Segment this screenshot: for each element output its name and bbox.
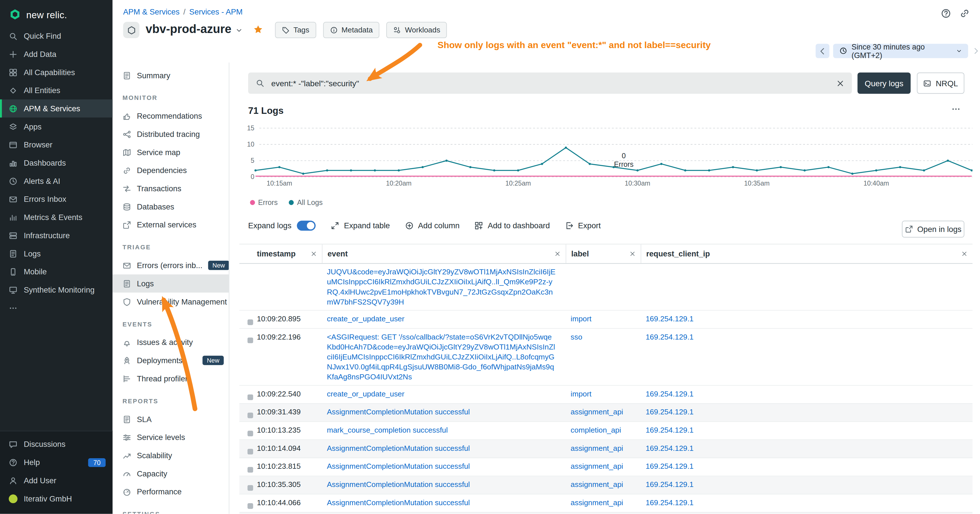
ip-link[interactable]: 169.254.129.1 — [646, 444, 694, 452]
time-back-button[interactable] — [816, 44, 829, 58]
global-nav-browser[interactable]: Browser — [0, 136, 112, 154]
add-column-button[interactable]: Add column — [405, 221, 460, 230]
remove-column-icon[interactable] — [311, 251, 317, 257]
log-query-input[interactable] — [270, 78, 830, 88]
label-link[interactable]: assignment_api — [571, 407, 623, 416]
entity-nav-deployments[interactable]: DeploymentsNew — [112, 351, 229, 369]
help-icon[interactable] — [941, 8, 951, 19]
global-nav-metrics-events[interactable]: Metrics & Events — [0, 208, 112, 226]
entity-nav-transactions[interactable]: Transactions — [112, 179, 229, 197]
entity-nav-summary[interactable]: Summary — [112, 66, 229, 84]
global-nav-help[interactable]: Help70 — [0, 453, 112, 471]
global-nav-add-data[interactable]: Add Data — [0, 45, 112, 63]
event-link[interactable]: <ASGIRequest: GET '/sso/callback/?state=… — [327, 333, 555, 381]
event-link[interactable]: create_or_update_user — [327, 389, 405, 398]
table-row[interactable]: 10:10:49.051mark_course_completion succe… — [239, 512, 972, 514]
label-link[interactable]: completion_api — [571, 426, 621, 434]
label-link[interactable]: sso — [571, 333, 582, 341]
legend-all-logs[interactable]: All Logs — [289, 199, 322, 206]
table-row[interactable]: 10:10:13.235mark_course_completion succe… — [239, 422, 972, 440]
label-link[interactable]: assignment_api — [571, 444, 623, 452]
new-relic-logo[interactable]: new relic. — [0, 0, 112, 27]
ip-link[interactable]: 169.254.129.1 — [646, 480, 694, 489]
nrql-button[interactable]: NRQL — [917, 73, 964, 94]
global-nav-errors-inbox[interactable]: Errors Inbox — [0, 190, 112, 208]
metadata-button[interactable]: Metadata — [323, 22, 380, 38]
remove-column-icon[interactable] — [630, 251, 636, 257]
global-nav-all-capabilities[interactable]: All Capabilities — [0, 63, 112, 81]
clear-query-icon[interactable] — [836, 79, 845, 88]
table-row[interactable]: JUQVU&code=eyJraWQiOiJjcGltY29yZV8wOTl1M… — [239, 264, 972, 311]
export-button[interactable]: Export — [565, 221, 601, 230]
entity-nav-vulnerability-management[interactable]: Vulnerability Management — [112, 293, 229, 311]
entity-nav-errors-errors-inb[interactable]: Errors (errors inb...New — [112, 256, 229, 275]
entity-nav-logs[interactable]: Logs — [112, 274, 229, 293]
remove-column-icon[interactable] — [554, 251, 560, 257]
ip-link[interactable]: 169.254.129.1 — [646, 407, 694, 416]
favorite-star-icon[interactable] — [253, 24, 263, 35]
event-link[interactable]: AssignmentCompletionMutation successful — [327, 480, 470, 489]
entity-nav-service-map[interactable]: Service map — [112, 143, 229, 161]
global-nav-infrastructure[interactable]: Infrastructure — [0, 226, 112, 245]
ip-link[interactable]: 169.254.129.1 — [646, 462, 694, 471]
workloads-button[interactable]: Workloads — [387, 22, 447, 38]
global-nav-discussions[interactable]: Discussions — [0, 435, 112, 454]
label-link[interactable]: import — [571, 389, 591, 398]
table-row[interactable]: 10:09:22.196<ASGIRequest: GET '/sso/call… — [239, 329, 972, 386]
entity-nav-thread-profiler[interactable]: Thread profiler — [112, 369, 229, 388]
table-row[interactable]: 10:10:23.815AssignmentCompletionMutation… — [239, 458, 972, 476]
event-link[interactable]: mark_course_completion successful — [327, 426, 448, 434]
ip-link[interactable]: 169.254.129.1 — [646, 315, 694, 323]
entity-nav-capacity[interactable]: Capacity — [112, 465, 229, 483]
global-nav-all-entities[interactable]: All Entities — [0, 81, 112, 100]
permalink-icon[interactable] — [959, 8, 970, 19]
table-row[interactable]: 10:10:35.305AssignmentCompletionMutation… — [239, 476, 972, 495]
entity-nav-external-services[interactable]: External services — [112, 216, 229, 234]
label-link[interactable]: assignment_api — [571, 480, 623, 489]
global-nav-add-user[interactable]: Add User — [0, 471, 112, 490]
global-nav-apps[interactable]: Apps — [0, 118, 112, 136]
table-row[interactable]: 10:10:14.094AssignmentCompletionMutation… — [239, 440, 972, 458]
ip-link[interactable]: 169.254.129.1 — [646, 333, 694, 341]
entity-nav-scalability[interactable]: Scalability — [112, 446, 229, 465]
global-nav-dashboards[interactable]: Dashboards — [0, 154, 112, 172]
entity-nav-sla[interactable]: SLA — [112, 410, 229, 428]
table-row[interactable]: 10:10:44.066AssignmentCompletionMutation… — [239, 494, 972, 512]
legend-errors[interactable]: Errors — [250, 199, 278, 206]
global-nav-logs[interactable]: Logs — [0, 245, 112, 263]
tags-button[interactable]: Tags — [275, 22, 316, 38]
table-row[interactable]: 10:09:22.540create_or_update_userimport1… — [239, 386, 972, 404]
time-forward-button[interactable] — [972, 47, 980, 55]
ip-link[interactable]: 169.254.129.1 — [646, 389, 694, 398]
table-row[interactable]: 10:09:20.895create_or_update_userimport1… — [239, 311, 972, 329]
global-nav-alerts-ai[interactable]: Alerts & AI — [0, 172, 112, 190]
open-in-logs-button[interactable]: Open in logs — [902, 221, 964, 237]
event-link[interactable]: AssignmentCompletionMutation successful — [327, 444, 470, 452]
add-to-dashboard-button[interactable]: Add to dashboard — [475, 221, 550, 230]
label-link[interactable]: assignment_api — [571, 462, 623, 471]
ip-link[interactable]: 169.254.129.1 — [646, 426, 694, 434]
global-nav-mobile[interactable]: Mobile — [0, 263, 112, 281]
event-link[interactable]: AssignmentCompletionMutation successful — [327, 498, 470, 507]
event-link[interactable]: AssignmentCompletionMutation successful — [327, 407, 470, 416]
table-row[interactable]: 10:09:31.439AssignmentCompletionMutation… — [239, 404, 972, 422]
global-nav-quick-find[interactable]: Quick Find — [0, 27, 112, 45]
entity-nav-performance[interactable]: Performance — [112, 483, 229, 501]
event-link[interactable]: create_or_update_user — [327, 315, 405, 323]
expand-table-button[interactable]: Expand table — [331, 221, 390, 230]
label-link[interactable]: import — [571, 315, 591, 323]
breadcrumb-services-apm[interactable]: Services - APM — [189, 7, 243, 16]
query-logs-button[interactable]: Query logs — [858, 73, 910, 94]
entity-nav-dependencies[interactable]: Dependencies — [112, 161, 229, 180]
expand-logs-toggle[interactable] — [297, 221, 316, 231]
more-options-icon[interactable] — [951, 105, 961, 114]
entity-nav-distributed-tracing[interactable]: Distributed tracing — [112, 125, 229, 143]
ip-link[interactable]: 169.254.129.1 — [646, 498, 694, 507]
entity-nav-issues-activity[interactable]: Issues & activity — [112, 333, 229, 352]
breadcrumb-apm-services[interactable]: APM & Services — [123, 7, 180, 16]
remove-column-icon[interactable] — [961, 251, 967, 257]
time-range-button[interactable]: Since 30 minutes ago (GMT+2) — [833, 44, 968, 58]
entity-nav-databases[interactable]: Databases — [112, 197, 229, 216]
entity-nav-recommendations[interactable]: Recommendations — [112, 107, 229, 125]
global-nav-more[interactable] — [0, 299, 112, 317]
